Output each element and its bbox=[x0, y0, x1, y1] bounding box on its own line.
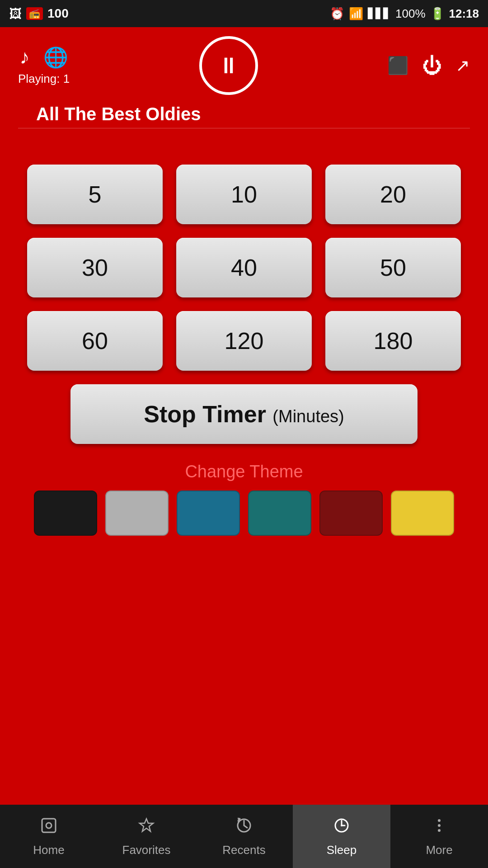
globe-icon[interactable]: 🌐 bbox=[43, 46, 68, 69]
battery-value: 100% bbox=[395, 7, 426, 21]
nav-recents[interactable]: Recents bbox=[195, 805, 293, 868]
nav-recents-label: Recents bbox=[222, 843, 265, 857]
header: ♪ 🌐 Playing: 1 ⏸ ⬛ ⏻ ↗ All The Best Oldi… bbox=[0, 27, 488, 137]
signal-bars-icon: ▋▋▋ bbox=[368, 8, 391, 19]
svg-rect-0 bbox=[42, 819, 56, 832]
music-note-icon[interactable]: ♪ bbox=[20, 46, 30, 69]
theme-label: Change Theme bbox=[185, 462, 303, 481]
header-right: ⬛ ⏻ ↗ bbox=[387, 54, 470, 77]
svg-point-5 bbox=[341, 825, 343, 826]
signal-value: 100 bbox=[47, 6, 69, 21]
main-content: 5 10 20 30 40 50 60 120 180 Stop Timer (… bbox=[0, 137, 488, 549]
photo-icon: 🖼 bbox=[9, 6, 22, 21]
battery-icon: 🔋 bbox=[430, 7, 445, 21]
header-left: ♪ 🌐 Playing: 1 bbox=[18, 46, 70, 86]
status-bar: 🖼 📻 100 ⏰ 📶 ▋▋▋ 100% 🔋 12:18 bbox=[0, 0, 488, 27]
bottom-nav: Home Favorites Recents Sle bbox=[0, 805, 488, 868]
sleep-icon bbox=[332, 816, 351, 840]
timer-btn-40[interactable]: 40 bbox=[176, 238, 312, 297]
svg-point-8 bbox=[438, 829, 441, 832]
svg-point-7 bbox=[438, 824, 441, 827]
theme-swatch-teal[interactable] bbox=[248, 491, 311, 536]
pause-icon: ⏸ bbox=[217, 52, 240, 79]
stop-icon[interactable]: ⬛ bbox=[387, 56, 408, 75]
nav-home[interactable]: Home bbox=[0, 805, 98, 868]
theme-swatch-black[interactable] bbox=[34, 491, 97, 536]
stop-timer-label: Stop Timer (Minutes) bbox=[144, 401, 344, 427]
radio-icon: 📻 bbox=[26, 7, 43, 20]
nav-sleep[interactable]: Sleep bbox=[293, 805, 390, 868]
theme-swatches bbox=[34, 491, 454, 536]
timer-btn-20[interactable]: 20 bbox=[325, 165, 461, 224]
share-icon[interactable]: ↗ bbox=[455, 56, 470, 75]
theme-swatch-gray[interactable] bbox=[105, 491, 169, 536]
pause-button[interactable]: ⏸ bbox=[199, 36, 258, 95]
nav-more-label: More bbox=[426, 843, 452, 857]
power-icon[interactable]: ⏻ bbox=[422, 54, 442, 77]
theme-swatch-dark-red[interactable] bbox=[319, 491, 383, 536]
nav-favorites-label: Favorites bbox=[122, 843, 171, 857]
svg-point-1 bbox=[46, 823, 52, 828]
theme-swatch-blue[interactable] bbox=[177, 491, 240, 536]
theme-section: Change Theme bbox=[27, 462, 461, 536]
timer-btn-120[interactable]: 120 bbox=[176, 311, 312, 371]
nav-favorites[interactable]: Favorites bbox=[98, 805, 195, 868]
nav-home-label: Home bbox=[33, 843, 64, 857]
timer-btn-180[interactable]: 180 bbox=[325, 311, 461, 371]
svg-marker-2 bbox=[140, 819, 153, 831]
status-left: 🖼 📻 100 bbox=[9, 6, 69, 21]
theme-swatch-yellow[interactable] bbox=[391, 491, 454, 536]
svg-point-6 bbox=[438, 819, 441, 822]
timer-btn-60[interactable]: 60 bbox=[27, 311, 163, 371]
stop-timer-main: Stop Timer bbox=[144, 401, 266, 427]
status-right: ⏰ 📶 ▋▋▋ 100% 🔋 12:18 bbox=[330, 7, 479, 21]
stop-timer-sub: (Minutes) bbox=[272, 407, 344, 426]
more-icon bbox=[430, 816, 449, 840]
home-icon bbox=[39, 816, 58, 840]
wifi-icon: 📶 bbox=[349, 7, 363, 21]
alarm-icon: ⏰ bbox=[330, 7, 344, 21]
timer-btn-5[interactable]: 5 bbox=[27, 165, 163, 224]
playing-label: Playing: 1 bbox=[18, 72, 70, 86]
header-divider bbox=[18, 128, 470, 128]
timer-grid: 5 10 20 30 40 50 60 120 180 bbox=[27, 165, 461, 371]
timer-btn-30[interactable]: 30 bbox=[27, 238, 163, 297]
nav-sleep-label: Sleep bbox=[327, 843, 357, 857]
stop-timer-button[interactable]: Stop Timer (Minutes) bbox=[70, 384, 418, 444]
favorites-icon bbox=[137, 816, 156, 840]
clock: 12:18 bbox=[449, 7, 479, 21]
recents-icon bbox=[235, 816, 253, 840]
station-name: All The Best Oldies bbox=[18, 99, 219, 124]
timer-btn-10[interactable]: 10 bbox=[176, 165, 312, 224]
nav-more[interactable]: More bbox=[390, 805, 488, 868]
timer-btn-50[interactable]: 50 bbox=[325, 238, 461, 297]
header-controls: ♪ 🌐 Playing: 1 ⏸ ⬛ ⏻ ↗ bbox=[18, 36, 470, 95]
